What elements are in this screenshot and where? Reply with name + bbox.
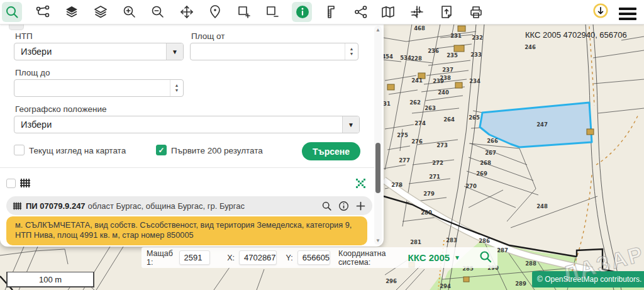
svg-text:266: 266 xyxy=(487,138,498,144)
geo-chevron-down-icon[interactable]: ▼ xyxy=(342,116,359,133)
pan-icon[interactable] xyxy=(179,4,194,20)
result-info-icon[interactable] xyxy=(338,201,349,211)
svg-text:262: 262 xyxy=(409,99,421,106)
svg-text:468: 468 xyxy=(414,25,425,31)
grid-icon xyxy=(19,177,31,189)
scrolled-control-remnant xyxy=(9,24,24,30)
svg-text:239: 239 xyxy=(433,78,444,84)
x-coordinate-input[interactable]: 4702867 xyxy=(239,250,277,265)
result-grid-icon xyxy=(13,201,22,211)
result-select-checkbox[interactable] xyxy=(6,179,16,188)
svg-text:283: 283 xyxy=(446,237,457,243)
svg-text:274: 274 xyxy=(414,120,426,126)
zoom-out-icon[interactable] xyxy=(150,4,165,20)
svg-text:278: 278 xyxy=(391,182,402,188)
result-add-icon[interactable] xyxy=(355,201,366,211)
svg-text:296: 296 xyxy=(386,278,397,284)
crs-label: Координатна система: xyxy=(338,249,404,267)
main-toolbar xyxy=(0,0,644,25)
area-to-label: Площ до xyxy=(15,68,50,77)
svg-text:237: 237 xyxy=(442,67,453,73)
result-zoom-icon[interactable] xyxy=(321,201,332,211)
map-icon[interactable] xyxy=(380,4,396,20)
area-from-input[interactable]: ▲▼ xyxy=(190,43,358,60)
scroll-up-icon[interactable]: ▲ xyxy=(374,27,382,33)
svg-text:264: 264 xyxy=(443,116,455,123)
svg-text:267: 267 xyxy=(485,150,496,156)
workflow-icon[interactable] xyxy=(35,4,50,20)
location-pin-icon[interactable] xyxy=(208,4,223,20)
svg-text:279: 279 xyxy=(423,191,435,197)
remove-selection-icon[interactable] xyxy=(265,4,280,20)
svg-text:287: 287 xyxy=(497,247,508,254)
info-icon[interactable] xyxy=(295,4,310,20)
svg-text:234: 234 xyxy=(469,78,480,84)
svg-text:280: 280 xyxy=(421,209,432,216)
svg-text:240: 240 xyxy=(438,89,449,96)
svg-text:271: 271 xyxy=(429,174,440,180)
svg-text:268: 268 xyxy=(480,160,491,166)
y-coordinate-input[interactable]: 656605 xyxy=(297,250,330,265)
osm-attribution: © OpenStreetMap contributors. xyxy=(532,271,644,287)
zoom-to-results-icon[interactable] xyxy=(356,179,365,191)
search-icon[interactable] xyxy=(4,4,19,20)
export-icon[interactable] xyxy=(439,4,454,20)
coordinates-icon[interactable] xyxy=(409,4,425,20)
svg-text:276: 276 xyxy=(411,138,423,145)
svg-text:233: 233 xyxy=(470,52,482,58)
result-details-note: м. СЪЛКЪМЧЕТАТА, вид собств. Съсобствено… xyxy=(6,216,367,245)
area-from-stepper[interactable]: ▲▼ xyxy=(345,43,358,60)
search-button[interactable]: Търсене xyxy=(302,142,360,160)
svg-text:272: 272 xyxy=(432,160,443,166)
svg-text:235: 235 xyxy=(447,52,458,59)
current-view-checkbox[interactable] xyxy=(14,145,25,155)
app-window: 4682312322362355342284542332372382392412… xyxy=(0,0,644,290)
geo-position-label: Географско положение xyxy=(15,104,107,114)
svg-text:232: 232 xyxy=(472,35,483,41)
svg-text:236: 236 xyxy=(428,48,439,54)
current-view-label: Текущ изглед на картата xyxy=(29,146,126,155)
add-selection-icon[interactable] xyxy=(236,4,252,20)
result-location: област Бургас, община Бургас, гр. Бургас xyxy=(88,201,245,211)
layers-filled-icon[interactable] xyxy=(64,4,79,20)
result-parcel-id: ПИ 07079.9.247 xyxy=(26,201,86,211)
scale-input[interactable]: 2591 xyxy=(179,250,211,265)
ntp-select[interactable]: Избери ▼ xyxy=(14,43,184,60)
measure-icon[interactable] xyxy=(325,4,340,20)
scrollbar-thumb[interactable] xyxy=(375,143,380,193)
share-icon[interactable] xyxy=(353,4,369,20)
first-200-label: Първите 200 резултата xyxy=(171,146,263,155)
result-row[interactable]: ПИ 07079.9.247 област Бургас, община Бур… xyxy=(6,196,372,215)
scroll-down-icon[interactable]: ▼ xyxy=(374,238,382,243)
svg-text:286: 286 xyxy=(479,238,490,244)
map-status-bar: Мащаб 1: 2591 X: 4702867 Y: 656605 Коорд… xyxy=(142,247,497,268)
layers-icon[interactable] xyxy=(93,4,108,20)
crs-value-dropdown[interactable]: ККС 2005 xyxy=(408,252,450,263)
svg-text:277: 277 xyxy=(399,157,410,164)
scale-label: Мащаб 1: xyxy=(147,249,175,267)
download-icon[interactable] xyxy=(593,3,611,21)
ntp-chevron-down-icon[interactable]: ▼ xyxy=(166,43,183,60)
map-coordinate-label: ККС 2005 4702940, 656706 xyxy=(525,30,627,40)
svg-text:231: 231 xyxy=(450,33,462,39)
map-scalebar: 100 m xyxy=(6,272,94,287)
menu-icon[interactable] xyxy=(619,5,638,20)
svg-text:248: 248 xyxy=(536,203,548,209)
svg-text:269: 269 xyxy=(476,170,487,177)
first-200-checkbox[interactable]: ✓ xyxy=(156,145,167,155)
svg-text:534: 534 xyxy=(400,55,411,61)
area-to-input[interactable]: ▲▼ xyxy=(14,79,184,97)
crs-chevron-down-icon[interactable]: ▼ xyxy=(454,254,460,261)
statusbar-search-icon[interactable] xyxy=(479,250,492,265)
panel-scrollbar[interactable]: ▲ ▼ xyxy=(374,26,382,245)
zoom-in-icon[interactable] xyxy=(122,4,137,20)
search-panel: НТП Избери ▼ Площ от ▲▼ Площ до ▲▼ Геогр… xyxy=(0,24,384,247)
svg-text:288: 288 xyxy=(525,260,536,267)
svg-text:281: 281 xyxy=(410,239,421,245)
panel-divider xyxy=(0,167,376,168)
svg-text:247: 247 xyxy=(536,121,548,128)
svg-text:246: 246 xyxy=(525,44,536,50)
area-to-stepper[interactable]: ▲▼ xyxy=(170,80,183,96)
print-icon[interactable] xyxy=(469,4,484,20)
geo-position-select[interactable]: Избери ▼ xyxy=(14,116,360,133)
